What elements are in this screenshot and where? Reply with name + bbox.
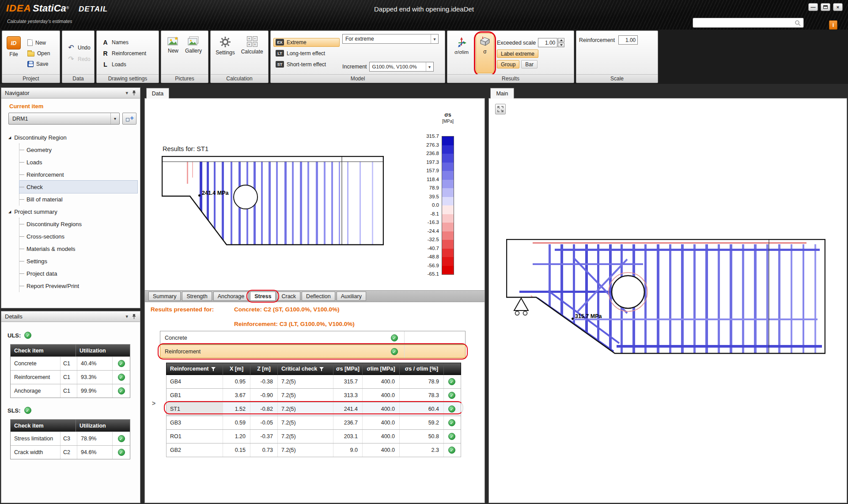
minimize-button[interactable]: —: [808, 3, 818, 11]
tree-item-cross-sections[interactable]: Cross-sections: [19, 230, 137, 243]
undo-button[interactable]: ↶Undo: [65, 43, 91, 52]
main-result-drawing[interactable]: 315.7 MPa: [506, 239, 825, 363]
extreme-toggle[interactable]: EXExtreme: [273, 38, 340, 47]
navigator-panel: Navigator ▾ Current item DRM1 ▾ +: [1, 87, 140, 308]
current-item-select[interactable]: DRM1 ▾: [8, 113, 120, 125]
navigator-tree: ◢ Discontinuity Region Geometry Loads Re…: [6, 131, 137, 292]
tree-item-settings[interactable]: Settings: [19, 255, 137, 267]
settings-button[interactable]: Settings: [214, 33, 236, 73]
long-term-badge-icon: LT: [276, 50, 284, 57]
increment-select[interactable]: G100.0%, V100.0% ▾: [369, 62, 434, 72]
row-expander-icon[interactable]: >: [152, 400, 155, 407]
search-input[interactable]: [693, 19, 794, 27]
tree-node-discontinuity-region[interactable]: ◢ Discontinuity Region: [6, 131, 137, 144]
tab-stress[interactable]: Stress: [250, 292, 276, 301]
group-row-reinforcement[interactable]: Reinforcement ✓: [160, 345, 466, 358]
table-row[interactable]: GB2 0.15 0.73 7.2(5) 9.0 400.0 2.3 ✓: [166, 443, 461, 457]
save-button[interactable]: Save: [25, 60, 52, 68]
calculate-button[interactable]: + − × = Calculate: [239, 33, 265, 73]
ribbon-group-project: ID File New Open Save Project: [2, 30, 60, 83]
gallery-button[interactable]: Gallery: [183, 33, 204, 73]
reinforcement-scale-value[interactable]: 1.00: [618, 35, 638, 45]
colorbar-cells: [442, 136, 454, 275]
tree-item-reinforcement[interactable]: Reinforcement: [19, 168, 137, 181]
reinforcement-toggle[interactable]: RReinforcement: [99, 49, 156, 58]
tab-deflection[interactable]: Deflection: [302, 292, 335, 301]
tree-item-geometry[interactable]: Geometry: [19, 144, 137, 156]
step-down-button[interactable]: [558, 43, 564, 47]
presented-concrete: Concrete: C2 (ST, G100.0%, V100.0%): [234, 306, 340, 313]
for-extreme-select[interactable]: For extreme ▾: [342, 34, 439, 44]
tab-strength[interactable]: Strength: [182, 292, 212, 301]
check-icon: ✓: [118, 360, 125, 367]
exceeded-scale-label: Exceeded scale: [497, 40, 536, 46]
ribbon-group-drawing-settings: ANames RReinforcement LLoads Drawing set…: [96, 30, 159, 83]
window-title: Dapped end with opening.ideaDet: [0, 5, 848, 13]
tree-item-bill-of-material[interactable]: Bill of material: [19, 193, 137, 205]
picture-new-button[interactable]: New: [166, 33, 181, 73]
collapse-arrow-icon[interactable]: ▾: [125, 314, 128, 319]
ribbon-group-pictures: New Gallery Pictures: [161, 30, 208, 83]
tab-data[interactable]: Data: [146, 88, 169, 99]
ribbon: ID File New Open Save Project ↶Undo ↷Red…: [0, 30, 848, 84]
expand-icon: [497, 106, 504, 112]
add-item-button[interactable]: +: [122, 113, 136, 125]
table-row[interactable]: Stress limitation C3 78.9% ✓: [11, 432, 130, 445]
check-icon: ✓: [448, 433, 455, 440]
table-row[interactable]: GB3 0.59 -0.05 7.2(5) 236.7 400.0 59.2 ✓: [166, 416, 461, 430]
step-up-button[interactable]: [558, 38, 564, 42]
table-row[interactable]: RO1 1.20 -0.37 7.2(5) 203.1 400.0 50.8 ✓: [166, 430, 461, 443]
exceeded-scale-value[interactable]: 1.00: [538, 38, 557, 47]
picture-new-icon: [167, 36, 179, 46]
tab-auxiliary[interactable]: Auxiliary: [337, 292, 366, 301]
tree-item-materials-models[interactable]: Materials & models: [19, 243, 137, 255]
pin-icon[interactable]: [132, 90, 136, 96]
tree-item-project-data[interactable]: Project data: [19, 267, 137, 280]
table-row[interactable]: Anchorage C1 99.9% ✓: [11, 384, 130, 398]
table-row[interactable]: Reinforcement C1 93.3% ✓: [11, 370, 130, 384]
table-row[interactable]: Crack width C2 94.6% ✓: [11, 445, 130, 459]
pin-icon[interactable]: [132, 314, 136, 319]
collapse-arrow-icon[interactable]: ▾: [125, 90, 128, 96]
table-row[interactable]: Concrete C1 40.4% ✓: [11, 356, 130, 370]
maximize-button[interactable]: [821, 3, 830, 11]
info-button[interactable]: i: [829, 20, 837, 30]
label-extreme-toggle[interactable]: Label extreme: [497, 49, 538, 58]
tab-crack[interactable]: Crack: [277, 292, 300, 301]
tab-summary[interactable]: Summary: [148, 292, 181, 301]
expand-view-button[interactable]: [495, 104, 506, 114]
short-term-toggle[interactable]: STShort-term effect: [273, 60, 340, 69]
close-button[interactable]: ×: [833, 3, 843, 11]
open-folder-icon: [27, 52, 34, 57]
ribbon-group-calculation: Settings + − × = Calculate Calculation: [210, 30, 269, 83]
new-button[interactable]: New: [25, 38, 52, 47]
table-row[interactable]: GB4 0.95 -0.38 7.2(5) 315.7 400.0 78.9 ✓: [166, 375, 461, 389]
gear-icon: [220, 36, 231, 48]
table-row-selected[interactable]: ST1 1.52 -0.82 7.2(5) 241.4 400.0 60.4 ✓: [166, 402, 461, 416]
sigma-button[interactable]: σ: [476, 33, 494, 73]
filter-icon[interactable]: [319, 367, 324, 371]
redo-button[interactable]: ↷Redo: [65, 55, 91, 64]
tree-node-project-summary[interactable]: ◢ Project summary: [6, 205, 137, 218]
loads-toggle[interactable]: LLoads: [99, 60, 156, 69]
filter-icon[interactable]: [211, 367, 216, 371]
file-button[interactable]: ID File: [5, 33, 23, 73]
tab-anchorage[interactable]: Anchorage: [213, 292, 249, 301]
extreme-badge-icon: EX: [276, 39, 284, 45]
table-row[interactable]: GB1 3.67 -0.90 7.2(5) 313.3 400.0 78.3 ✓: [166, 389, 461, 402]
long-term-toggle[interactable]: LTLong-term effect: [273, 49, 340, 58]
open-button[interactable]: Open: [25, 49, 52, 58]
tree-item-report-preview-print[interactable]: Report Preview/Print: [19, 280, 137, 292]
names-toggle[interactable]: ANames: [99, 38, 156, 47]
group-row-concrete[interactable]: Concrete ✓: [160, 331, 466, 345]
tab-main[interactable]: Main: [490, 88, 514, 99]
tree-item-loads[interactable]: Loads: [19, 156, 137, 168]
reinforcement-table: Reinforcement X [m] Z [m] Critical check…: [166, 363, 461, 457]
tree-item-discontinuity-regions[interactable]: Discontinuity Regions: [19, 218, 137, 230]
tree-item-check[interactable]: Check: [19, 181, 137, 193]
sigma-slim-button[interactable]: σ/σlim: [450, 33, 473, 73]
check-icon: ✓: [24, 332, 31, 339]
bar-toggle[interactable]: Bar: [521, 60, 538, 68]
check-icon: ✓: [118, 449, 125, 456]
group-toggle[interactable]: Group: [497, 60, 519, 68]
